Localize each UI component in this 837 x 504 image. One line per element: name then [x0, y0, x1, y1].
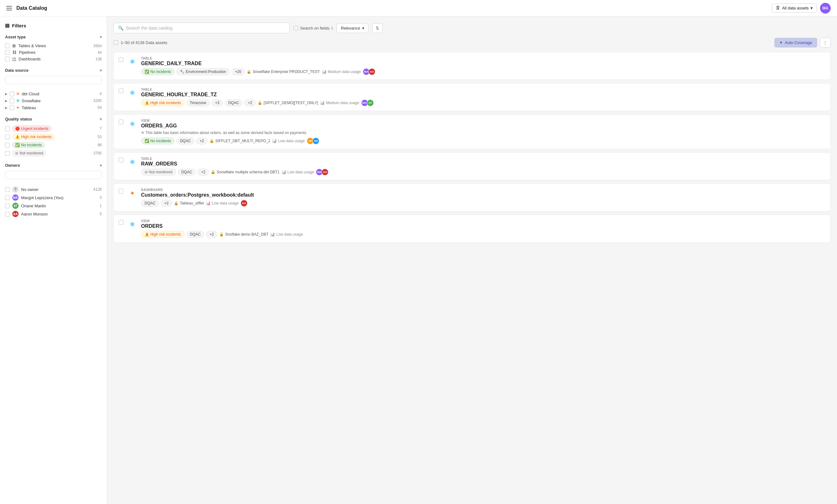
no-incident-checkbox[interactable] — [5, 143, 10, 148]
all-assets-dropdown[interactable]: 🗄 All data assets ▾ — [772, 3, 817, 13]
more-options-button[interactable]: ⋮ — [820, 38, 831, 48]
tag-no-incident[interactable]: ✅ No incidents — [141, 68, 175, 75]
asset-card[interactable]: ❄ TABLE RAW_ORDERS ⊘ Not monitoredDQAC+2… — [113, 152, 831, 180]
owners-section: Owners ▾ 🔍 ? No owner 4128 MA Margo — [5, 163, 102, 218]
not-monitored-checkbox[interactable] — [5, 151, 10, 156]
high-risk-checkbox[interactable] — [5, 135, 10, 139]
tag-no-incident[interactable]: ✅ No incidents — [141, 137, 175, 144]
tag-dqac[interactable]: DQAC — [225, 99, 243, 106]
margot-checkbox[interactable] — [5, 195, 10, 200]
card-checkbox[interactable] — [119, 119, 123, 124]
user-avatar[interactable]: MA — [820, 3, 831, 14]
quality-filter-high-risk[interactable]: ⚠️High risk incidents 53 — [5, 133, 102, 141]
quality-filter-no-incident[interactable]: ✅No incidents 96 — [5, 141, 102, 149]
tag-neutral[interactable]: +2 — [206, 231, 217, 238]
card-avatars: MAAA — [316, 169, 328, 175]
quality-status-header[interactable]: Quality status ▾ — [5, 117, 102, 122]
magic-icon: ✦ — [779, 40, 783, 45]
card-title[interactable]: RAW_ORDERS — [141, 161, 825, 167]
card-title[interactable]: GENERIC_HOURLY_TRADE_TZ — [141, 92, 825, 97]
pipelines-checkbox[interactable] — [5, 50, 10, 55]
card-checkbox[interactable] — [119, 57, 123, 62]
card-tags: ⊘ Not monitoredDQAC+2🔒Snowflake multiple… — [141, 169, 825, 175]
asset-type-header[interactable]: Asset type ▾ — [5, 35, 102, 39]
quality-filter-not-monitored[interactable]: ⊘Not monitored 3795 — [5, 149, 102, 157]
main-search-bar[interactable]: 🔍 — [113, 23, 290, 33]
owners-header[interactable]: Owners ▾ — [5, 163, 102, 168]
dbt-icon: ✕ — [141, 131, 144, 135]
tableau-checkbox[interactable] — [10, 106, 14, 110]
results-actions: ✦ Auto Coverage ⋮ — [774, 38, 831, 48]
tag-env[interactable]: 🔧 Environment:Production — [176, 68, 229, 75]
urgent-checkbox[interactable] — [5, 127, 10, 131]
auto-coverage-button[interactable]: ✦ Auto Coverage — [774, 38, 817, 48]
card-title[interactable]: ORDERS — [141, 223, 825, 229]
expand-icon[interactable]: ▶ — [5, 92, 7, 96]
expand-icon[interactable]: ▶ — [5, 99, 7, 102]
tag-dqac[interactable]: DQAC — [186, 231, 204, 238]
relevance-dropdown[interactable]: Relevance ▾ — [337, 23, 368, 33]
tag-neutral[interactable]: +2 — [196, 137, 208, 144]
card-checkbox[interactable] — [119, 157, 123, 162]
tag-high-risk[interactable]: ⚠️ High risk incidents — [141, 231, 184, 238]
card-title[interactable]: Customers_orders:Postgres_workbook:defau… — [141, 192, 825, 198]
asset-card[interactable]: ❄ VIEW ORDERS_AGG ✕ This table has basic… — [113, 114, 831, 149]
card-avatars: MAAT — [361, 99, 374, 106]
snowflake-checkbox[interactable] — [10, 98, 14, 103]
tables-views-checkbox[interactable] — [5, 43, 10, 48]
snowflake-icon: ❄ — [16, 98, 20, 103]
dbt-checkbox[interactable] — [10, 92, 14, 96]
filter-item[interactable]: ⛓ Pipelines 44 — [5, 49, 102, 56]
tag-high-risk[interactable]: ⚠️ High risk incidents — [141, 99, 184, 106]
tag-not-monitored[interactable]: ⊘ Not monitored — [141, 169, 176, 175]
search-input[interactable] — [126, 25, 285, 31]
sort-button[interactable]: ⇅ — [372, 23, 382, 33]
dashboards-checkbox[interactable] — [5, 57, 10, 61]
owners-search-input[interactable] — [5, 171, 102, 179]
asset-card[interactable]: ❄ TABLE GENERIC_HOURLY_TRADE_TZ ⚠️ High … — [113, 83, 831, 111]
tag-dqac[interactable]: DQAC — [178, 169, 196, 175]
fields-checkbox[interactable] — [293, 26, 298, 31]
card-checkbox[interactable] — [119, 88, 123, 93]
chart-icon: 📊 — [206, 201, 211, 205]
tag-neutral[interactable]: +3 — [212, 99, 223, 106]
datasource-search-input[interactable] — [5, 76, 102, 84]
card-title[interactable]: GENERIC_DAILY_TRADE — [141, 61, 825, 67]
db-tag: 🔒SIFFLET_DBT_MULTI_REPO_2 — [209, 139, 270, 143]
card-checkbox[interactable] — [119, 189, 123, 193]
asset-card[interactable]: ❄ VIEW ORDERS ⚠️ High risk incidentsDQAC… — [113, 214, 831, 243]
datasource-item-snowflake[interactable]: ▶ ❄ Snowflake 3265 — [5, 97, 102, 104]
tag-neutral[interactable]: +2 — [244, 99, 256, 106]
owner-filter-margot[interactable]: MA Margot Lepizzera (You) 3 — [5, 193, 102, 202]
tag-neutral[interactable]: +20 — [231, 68, 245, 75]
select-all-checkbox[interactable] — [113, 40, 118, 45]
nav-left: Data Catalog — [6, 5, 47, 11]
owner-filter-oriane[interactable]: AT Oriane Martin 1 — [5, 202, 102, 210]
owner-filter-aaron[interactable]: AA Aaron Monson 5 — [5, 210, 102, 218]
tag-dqac[interactable]: DQAC — [176, 137, 194, 144]
asset-card[interactable]: ✦ DASHBOARD Customers_orders:Postgres_wo… — [113, 183, 831, 211]
datasource-item-tableau[interactable]: ▶ ✦ Tableau 54 — [5, 104, 102, 111]
hamburger-menu[interactable] — [6, 6, 12, 11]
tag-neutral[interactable]: +2 — [197, 169, 209, 175]
card-type: VIEW — [141, 119, 825, 123]
eye-off-icon: ⊘ — [15, 151, 18, 155]
tag-neutral[interactable]: Timezone — [186, 99, 210, 106]
owner-filter-no-owner[interactable]: ? No owner 4128 — [5, 185, 102, 193]
search-on-fields-toggle[interactable]: Search on fields ℹ — [293, 26, 333, 31]
top-nav: Data Catalog 🗄 All data assets ▾ MA — [0, 0, 837, 16]
oriane-checkbox[interactable] — [5, 204, 10, 208]
tag-dqac[interactable]: DQAC — [141, 200, 159, 207]
aaron-checkbox[interactable] — [5, 212, 10, 217]
data-source-header[interactable]: Data source ▾ — [5, 68, 102, 73]
tag-neutral[interactable]: +2 — [161, 200, 172, 207]
filter-item[interactable]: ◫ Dashboards 138 — [5, 56, 102, 62]
no-owner-checkbox[interactable] — [5, 187, 10, 192]
expand-icon[interactable]: ▶ — [5, 106, 7, 110]
card-checkbox[interactable] — [119, 220, 123, 225]
asset-card[interactable]: ❄ TABLE GENERIC_DAILY_TRADE ✅ No inciden… — [113, 52, 831, 80]
quality-filter-urgent[interactable]: 🔴Urgent incidents 7 — [5, 125, 102, 133]
datasource-item-dbt[interactable]: ▶ ✕ dbt Cloud 4 — [5, 90, 102, 97]
card-title[interactable]: ORDERS_AGG — [141, 123, 825, 129]
filter-item[interactable]: ⊞ Tables & Views 3954 — [5, 42, 102, 49]
